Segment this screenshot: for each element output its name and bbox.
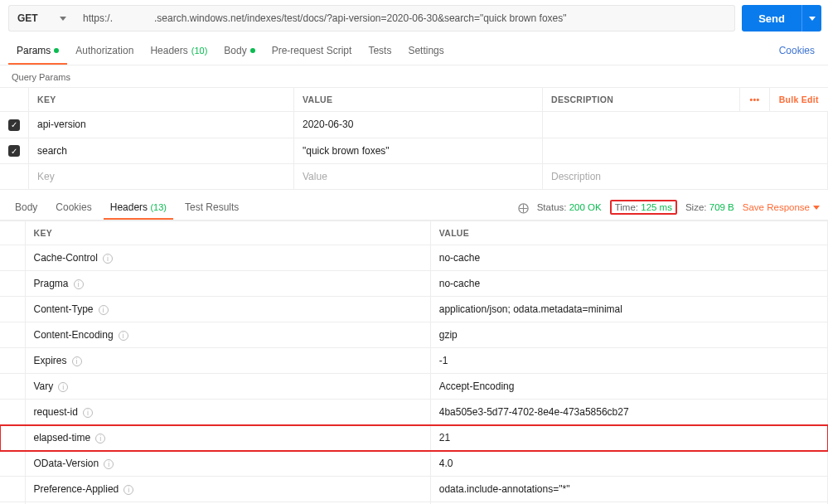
response-header-row: elapsed-timei21 <box>0 425 828 451</box>
description-placeholder[interactable]: Description <box>543 164 828 190</box>
send-button[interactable]: Send <box>742 5 801 32</box>
lead-cell <box>0 322 25 348</box>
tab-count: (10) <box>191 46 208 56</box>
lead-cell <box>0 245 25 271</box>
response-header-value: 4ba505e3-5d77-4702-8e4e-473a5856cb27 <box>430 400 827 425</box>
tab-headers[interactable]: Headers (10) <box>142 36 215 65</box>
response-header-key: Pragmai <box>25 271 430 297</box>
param-description[interactable] <box>543 138 828 164</box>
response-header-value: Accept-Encoding <box>430 374 827 400</box>
lead-cell <box>0 425 25 451</box>
lead-cell <box>0 297 25 322</box>
cookies-link[interactable]: Cookies <box>774 36 820 65</box>
value-placeholder[interactable]: Value <box>294 164 543 190</box>
response-header-row: Preference-Appliediodata.include-annotat… <box>0 477 828 502</box>
checkbox-cell[interactable]: ✓ <box>0 138 29 164</box>
response-header-value: gzip <box>430 322 827 348</box>
info-icon[interactable]: i <box>119 331 128 341</box>
info-icon[interactable]: i <box>72 356 82 366</box>
query-param-row: ✓search"quick brown foxes" <box>0 138 828 164</box>
chevron-down-icon <box>809 17 816 21</box>
response-header-row: Expiresi-1 <box>0 348 828 374</box>
query-param-row: ✓api-version2020-06-30 <box>0 112 828 138</box>
header-more[interactable]: ••• <box>740 88 770 112</box>
param-value[interactable]: 2020-06-30 <box>294 112 543 138</box>
chevron-down-icon <box>813 206 820 210</box>
http-method-label: GET <box>17 12 38 24</box>
tab-label: Body <box>224 45 246 56</box>
checkbox-col <box>0 88 29 112</box>
checkbox-cell[interactable]: ✓ <box>0 112 29 138</box>
param-description[interactable] <box>543 112 828 138</box>
check-icon: ✓ <box>8 145 20 157</box>
lead-cell <box>0 451 25 477</box>
response-header-key: Cache-Controli <box>25 245 430 271</box>
response-header-row: OData-Versioni4.0 <box>0 451 828 477</box>
save-response-button[interactable]: Save Response <box>743 202 820 212</box>
send-dropdown-button[interactable] <box>801 5 821 32</box>
info-icon[interactable]: i <box>103 254 113 264</box>
tab-params[interactable]: Params <box>8 36 67 65</box>
tab-count: (13) <box>150 202 167 212</box>
response-header-key: request-idi <box>25 400 430 425</box>
info-icon[interactable]: i <box>95 434 105 443</box>
response-header-row: VaryiAccept-Encoding <box>0 374 828 400</box>
key-placeholder[interactable]: Key <box>29 164 294 190</box>
lead-cell <box>0 477 25 502</box>
header-value: VALUE <box>294 88 543 112</box>
tab-body[interactable]: Body <box>215 36 263 65</box>
bulk-edit-link[interactable]: Bulk Edit <box>770 88 828 112</box>
response-status-box: ⨁ Status: 200 OK Time: 125 ms Size: 709 … <box>518 200 820 215</box>
http-method-select[interactable]: GET <box>8 5 75 32</box>
tab-label: Headers <box>150 45 187 56</box>
tab-settings[interactable]: Settings <box>399 36 452 65</box>
info-icon[interactable]: i <box>83 408 93 418</box>
response-header-value: odata.include-annotations="*" <box>430 477 827 502</box>
response-size: Size: 709 B <box>685 202 734 212</box>
tab-label: Headers <box>110 201 148 213</box>
lead-cell <box>0 374 25 400</box>
header-key: KEY <box>25 221 430 245</box>
green-dot-icon <box>54 48 59 53</box>
response-header-key: Content-Encodingi <box>25 322 430 348</box>
response-header-key: Preference-Appliedi <box>25 477 430 502</box>
query-params-table: KEY VALUE DESCRIPTION ••• Bulk Edit ✓api… <box>0 87 828 190</box>
param-value[interactable]: "quick brown foxes" <box>294 138 543 164</box>
lead-cell <box>0 400 25 425</box>
param-key[interactable]: search <box>29 138 294 164</box>
response-tab-body[interactable]: Body <box>8 195 44 220</box>
request-tabs: Params Authorization Headers (10) Body P… <box>0 36 828 65</box>
tab-label: Params <box>17 45 51 56</box>
send-button-group: Send <box>742 5 821 32</box>
info-icon[interactable]: i <box>123 485 133 495</box>
tab-prerequest[interactable]: Pre-request Script <box>264 36 361 65</box>
info-icon[interactable]: i <box>58 382 68 392</box>
response-header-row: Content-Encodingigzip <box>0 322 828 348</box>
response-tab-headers[interactable]: Headers (13) <box>104 195 173 220</box>
response-tab-test-results[interactable]: Test Results <box>178 195 245 220</box>
response-headers-table: KEY VALUE Cache-Controlino-cachePragmain… <box>0 220 828 504</box>
response-time-highlight: Time: 125 ms <box>610 200 677 215</box>
tab-authorization[interactable]: Authorization <box>67 36 142 65</box>
response-header-row: Content-Typeiapplication/json; odata.met… <box>0 297 828 322</box>
checkbox-cell <box>0 164 29 190</box>
query-params-label: Query Params <box>0 65 828 87</box>
response-header-row: Cache-Controlino-cache <box>0 245 828 271</box>
response-header-key: Content-Typei <box>25 297 430 322</box>
response-header-value: 21 <box>430 425 827 451</box>
info-icon[interactable]: i <box>74 279 84 289</box>
lead-col <box>0 221 25 245</box>
response-header-key: OData-Versioni <box>25 451 430 477</box>
response-header-key: Expiresi <box>25 348 430 374</box>
check-icon: ✓ <box>8 119 20 131</box>
response-header-row: request-idi4ba505e3-5d77-4702-8e4e-473a5… <box>0 400 828 425</box>
info-icon[interactable]: i <box>104 459 114 469</box>
request-url-input[interactable] <box>83 12 726 24</box>
info-icon[interactable]: i <box>99 305 109 315</box>
response-tab-cookies[interactable]: Cookies <box>49 195 98 220</box>
header-key: KEY <box>29 88 294 112</box>
tab-tests[interactable]: Tests <box>360 36 399 65</box>
header-description: DESCRIPTION <box>543 88 740 112</box>
lead-cell <box>0 271 25 297</box>
param-key[interactable]: api-version <box>29 112 294 138</box>
